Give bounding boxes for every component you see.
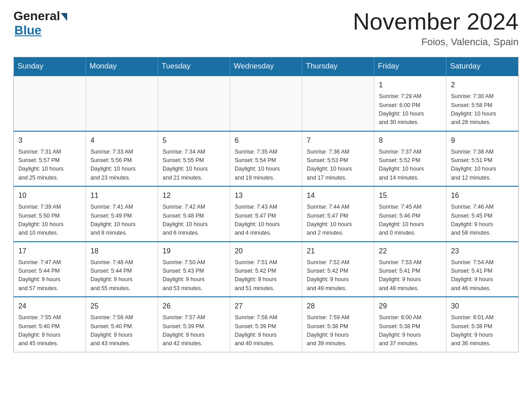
calendar-table: SundayMondayTuesdayWednesdayThursdayFrid… [13,57,519,352]
calendar-cell: 13Sunrise: 7:43 AM Sunset: 5:47 PM Dayli… [230,186,302,242]
day-number: 24 [18,301,81,312]
calendar-cell: 5Sunrise: 7:34 AM Sunset: 5:55 PM Daylig… [158,131,230,187]
week-row-2: 3Sunrise: 7:31 AM Sunset: 5:57 PM Daylig… [14,131,519,187]
day-number: 6 [235,135,297,146]
calendar-cell: 9Sunrise: 7:38 AM Sunset: 5:51 PM Daylig… [446,131,519,187]
day-number: 5 [163,135,225,146]
day-info: Sunrise: 7:41 AM Sunset: 5:49 PM Dayligh… [90,203,153,238]
calendar-cell: 6Sunrise: 7:35 AM Sunset: 5:54 PM Daylig… [230,131,302,187]
day-info: Sunrise: 7:54 AM Sunset: 5:41 PM Dayligh… [451,258,514,293]
day-info: Sunrise: 7:44 AM Sunset: 5:47 PM Dayligh… [307,203,369,238]
day-number: 10 [18,190,81,201]
day-number: 2 [451,80,514,90]
calendar-cell: 28Sunrise: 7:59 AM Sunset: 5:38 PM Dayli… [302,297,374,352]
week-row-1: 1Sunrise: 7:29 AM Sunset: 6:00 PM Daylig… [14,76,519,131]
weekday-header-friday: Friday [374,57,446,76]
title-block: November 2024 Foios, Valencia, Spain [353,9,519,48]
day-info: Sunrise: 7:58 AM Sunset: 5:39 PM Dayligh… [235,313,297,348]
day-info: Sunrise: 7:43 AM Sunset: 5:47 PM Dayligh… [235,203,297,238]
day-info: Sunrise: 7:51 AM Sunset: 5:42 PM Dayligh… [235,258,297,293]
day-number: 3 [18,135,81,146]
calendar-cell: 3Sunrise: 7:31 AM Sunset: 5:57 PM Daylig… [14,131,86,187]
day-number: 17 [18,246,81,257]
calendar-cell [302,76,374,131]
day-info: Sunrise: 7:31 AM Sunset: 5:57 PM Dayligh… [18,148,81,183]
calendar-cell: 22Sunrise: 7:53 AM Sunset: 5:41 PM Dayli… [374,242,446,297]
day-info: Sunrise: 7:48 AM Sunset: 5:44 PM Dayligh… [90,258,153,293]
day-info: Sunrise: 7:37 AM Sunset: 5:52 PM Dayligh… [379,148,442,183]
day-number: 13 [235,190,297,201]
logo-general-text: General [13,9,60,23]
day-number: 4 [90,135,153,146]
weekday-header-sunday: Sunday [14,57,86,76]
day-number: 18 [90,246,153,257]
calendar-cell: 23Sunrise: 7:54 AM Sunset: 5:41 PM Dayli… [446,242,519,297]
day-info: Sunrise: 7:30 AM Sunset: 5:58 PM Dayligh… [451,92,514,127]
day-number: 19 [163,246,225,257]
day-info: Sunrise: 7:42 AM Sunset: 5:48 PM Dayligh… [163,203,225,238]
calendar-cell: 11Sunrise: 7:41 AM Sunset: 5:49 PM Dayli… [86,186,158,242]
calendar-cell: 27Sunrise: 7:58 AM Sunset: 5:39 PM Dayli… [230,297,302,352]
calendar-cell [230,76,302,131]
day-number: 28 [307,301,369,312]
day-number: 25 [90,301,153,312]
week-row-4: 17Sunrise: 7:47 AM Sunset: 5:44 PM Dayli… [14,242,519,297]
day-info: Sunrise: 7:46 AM Sunset: 5:45 PM Dayligh… [451,203,514,238]
day-info: Sunrise: 7:29 AM Sunset: 6:00 PM Dayligh… [379,92,442,127]
calendar-cell: 19Sunrise: 7:50 AM Sunset: 5:43 PM Dayli… [158,242,230,297]
calendar-title: November 2024 [353,9,519,34]
day-info: Sunrise: 8:01 AM Sunset: 5:38 PM Dayligh… [451,313,514,348]
day-info: Sunrise: 7:33 AM Sunset: 5:56 PM Dayligh… [90,148,153,183]
day-number: 21 [307,246,369,257]
calendar-cell: 18Sunrise: 7:48 AM Sunset: 5:44 PM Dayli… [86,242,158,297]
day-info: Sunrise: 7:36 AM Sunset: 5:53 PM Dayligh… [307,148,369,183]
calendar-cell: 21Sunrise: 7:52 AM Sunset: 5:42 PM Dayli… [302,242,374,297]
calendar-cell [86,76,158,131]
day-info: Sunrise: 7:39 AM Sunset: 5:50 PM Dayligh… [18,203,81,238]
calendar-cell: 30Sunrise: 8:01 AM Sunset: 5:38 PM Dayli… [446,297,519,352]
calendar-cell: 1Sunrise: 7:29 AM Sunset: 6:00 PM Daylig… [374,76,446,131]
calendar-cell [158,76,230,131]
weekday-header-row: SundayMondayTuesdayWednesdayThursdayFrid… [14,57,519,76]
day-info: Sunrise: 7:56 AM Sunset: 5:40 PM Dayligh… [90,313,153,348]
day-number: 12 [163,190,225,201]
calendar-location: Foios, Valencia, Spain [353,36,519,48]
day-number: 8 [379,135,442,146]
day-info: Sunrise: 7:57 AM Sunset: 5:39 PM Dayligh… [163,313,225,348]
day-info: Sunrise: 7:53 AM Sunset: 5:41 PM Dayligh… [379,258,442,293]
day-info: Sunrise: 8:00 AM Sunset: 5:38 PM Dayligh… [379,313,442,348]
calendar-cell: 17Sunrise: 7:47 AM Sunset: 5:44 PM Dayli… [14,242,86,297]
day-info: Sunrise: 7:50 AM Sunset: 5:43 PM Dayligh… [163,258,225,293]
calendar-cell: 20Sunrise: 7:51 AM Sunset: 5:42 PM Dayli… [230,242,302,297]
calendar-cell: 12Sunrise: 7:42 AM Sunset: 5:48 PM Dayli… [158,186,230,242]
day-number: 30 [451,301,514,312]
day-info: Sunrise: 7:38 AM Sunset: 5:51 PM Dayligh… [451,148,514,183]
week-row-5: 24Sunrise: 7:55 AM Sunset: 5:40 PM Dayli… [14,297,519,352]
calendar-cell: 7Sunrise: 7:36 AM Sunset: 5:53 PM Daylig… [302,131,374,187]
day-number: 23 [451,246,514,257]
day-number: 7 [307,135,369,146]
week-row-3: 10Sunrise: 7:39 AM Sunset: 5:50 PM Dayli… [14,186,519,242]
day-number: 9 [451,135,514,146]
day-info: Sunrise: 7:55 AM Sunset: 5:40 PM Dayligh… [18,313,81,348]
weekday-header-saturday: Saturday [446,57,519,76]
calendar-cell: 16Sunrise: 7:46 AM Sunset: 5:45 PM Dayli… [446,186,519,242]
day-number: 26 [163,301,225,312]
day-number: 22 [379,246,442,257]
calendar-cell: 24Sunrise: 7:55 AM Sunset: 5:40 PM Dayli… [14,297,86,352]
day-info: Sunrise: 7:52 AM Sunset: 5:42 PM Dayligh… [307,258,369,293]
logo: General Blue [13,9,67,38]
calendar-cell: 14Sunrise: 7:44 AM Sunset: 5:47 PM Dayli… [302,186,374,242]
weekday-header-wednesday: Wednesday [230,57,302,76]
calendar-cell [14,76,86,131]
day-number: 15 [379,190,442,201]
calendar-cell: 10Sunrise: 7:39 AM Sunset: 5:50 PM Dayli… [14,186,86,242]
logo-blue-text: Blue [14,23,42,38]
day-info: Sunrise: 7:47 AM Sunset: 5:44 PM Dayligh… [18,258,81,293]
day-number: 16 [451,190,514,201]
weekday-header-tuesday: Tuesday [158,57,230,76]
calendar-cell: 15Sunrise: 7:45 AM Sunset: 5:46 PM Dayli… [374,186,446,242]
day-number: 11 [90,190,153,201]
day-number: 27 [235,301,297,312]
day-info: Sunrise: 7:59 AM Sunset: 5:38 PM Dayligh… [307,313,369,348]
